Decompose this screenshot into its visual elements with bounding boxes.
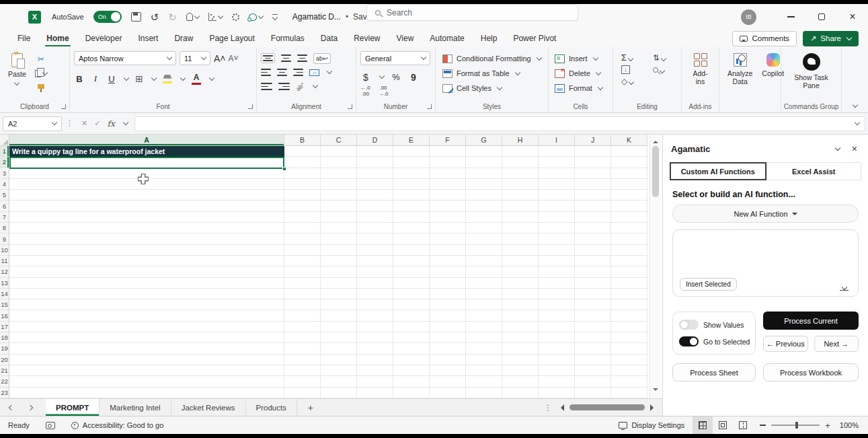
cells-format-button[interactable]: Format [555,81,608,96]
tab-scroll-splitter[interactable]: ⋮ [544,403,552,412]
grow-font-button[interactable]: A˄ [214,53,225,64]
function-list-box[interactable]: Insert Selected [672,229,859,297]
align-right-button[interactable] [293,69,303,76]
normal-view-button[interactable] [693,416,713,434]
row-header-17[interactable]: 17 [0,322,9,332]
row-header-3[interactable]: 3 [0,168,9,179]
add-ins-button[interactable]: Add-ins [686,51,715,87]
lasso-select-button[interactable] [249,13,263,21]
align-left-button[interactable] [261,69,271,76]
paste-button[interactable]: Paste [4,51,30,90]
insert-selected-button[interactable]: Insert Selected [680,278,737,291]
ribbon-tab-data[interactable]: Data [313,30,346,47]
panel-tab-custom-ai-functions[interactable]: Custom AI Functions [670,162,766,180]
row-header-4[interactable]: 4 [0,179,9,190]
italic-button[interactable]: I [90,73,101,84]
fill-button[interactable]: ↓ [621,65,645,74]
cell-a1[interactable]: Write a quippy tag line for a waterproof… [9,146,284,157]
expand-list-icon[interactable] [840,285,849,291]
font-dialog-launcher-icon[interactable] [248,104,253,109]
panel-close-icon[interactable]: × [852,143,857,154]
hscroll-right-icon[interactable] [650,404,657,411]
find-select-button[interactable] [653,66,677,74]
accessibility-status[interactable]: Accessibility: Good to go [63,416,171,434]
cell-styles-button[interactable]: Cell Styles [442,81,544,96]
row-header-20[interactable]: 20 [0,355,9,365]
alignment-dialog-launcher-icon[interactable] [348,104,352,109]
font-name-select[interactable]: Aptos Narrow [74,51,176,65]
column-header-K[interactable]: K [611,135,647,146]
row-header-5[interactable]: 5 [0,190,9,200]
decrease-indent-button[interactable] [261,83,272,90]
row-header-16[interactable]: 16 [0,310,9,321]
comma-style-button[interactable]: 9 [408,72,419,83]
collapse-ribbon-icon[interactable] [853,102,858,108]
customize-quick-access-icon[interactable] [272,14,278,20]
ribbon-tab-help[interactable]: Help [473,30,506,47]
column-header-A[interactable]: A [9,135,284,146]
row-header-2[interactable]: 2 [0,157,9,168]
scroll-up-icon[interactable] [653,138,658,143]
selection-fill-handle[interactable] [282,167,286,171]
worksheet-grid[interactable]: ABCDEFGHIJK 1234567891011121314151617181… [0,135,662,398]
cells-area[interactable]: Write a quippy tag line for a waterproof… [9,146,647,398]
horizontal-scroll-thumb[interactable] [569,404,645,410]
page-break-view-button[interactable] [733,416,753,434]
next-button[interactable]: Next → [814,336,859,352]
row-header-7[interactable]: 7 [0,212,9,223]
fill-color-button[interactable] [161,74,173,84]
zoom-percentage[interactable]: 100% [837,421,868,429]
cut-icon[interactable]: ✂ [33,54,49,65]
borders-button[interactable]: ⊞ [134,73,145,84]
panel-tab-excel-assist[interactable]: Excel Assist [766,162,862,180]
macro-record-button[interactable] [38,416,63,434]
ribbon-tab-power-pivot[interactable]: Power Pivot [505,30,564,47]
excel-logo-icon[interactable]: X [28,11,41,24]
zoom-in-icon[interactable]: + [825,421,830,430]
insert-function-icon[interactable]: fx [107,119,114,129]
process-sheet-button[interactable]: Process Sheet [672,363,756,381]
row-header-1[interactable]: 1 [0,146,9,157]
formula-input[interactable] [134,116,865,131]
ribbon-tab-developer[interactable]: Developer [77,30,130,47]
clear-button[interactable]: ◇ [621,77,645,86]
row-header-15[interactable]: 15 [0,299,9,310]
go-to-selected-toggle[interactable] [679,336,699,346]
page-layout-view-button[interactable] [713,416,733,434]
ribbon-tab-review[interactable]: Review [346,30,388,47]
name-box-splitter[interactable]: ⋮ [65,119,75,128]
sheet-nav-left-icon[interactable] [0,399,23,416]
merge-center-button[interactable]: ↔ [309,69,319,76]
settings-gear-icon[interactable] [232,13,239,21]
orientation-button[interactable]: ab° [294,81,306,92]
row-header-11[interactable]: 11 [0,256,9,266]
underline-button[interactable]: U [106,74,117,84]
row-header-13[interactable]: 13 [0,278,9,289]
cell-a2-selected[interactable] [9,157,284,168]
chart-tool-button[interactable] [208,13,223,21]
ribbon-tab-file[interactable]: File [9,30,38,47]
new-ai-function-button[interactable]: New AI Function [672,205,859,223]
touch-mouse-mode-button[interactable] [186,13,199,21]
accounting-format-button[interactable]: $ [360,72,371,83]
number-dialog-launcher-icon[interactable] [427,104,432,109]
font-size-select[interactable]: 11 [180,51,210,65]
percent-style-button[interactable]: % [391,72,401,82]
ribbon-tab-view[interactable]: View [389,30,422,47]
ribbon-tab-draw[interactable]: Draw [166,30,201,47]
increase-indent-button[interactable] [278,83,290,90]
sort-filter-button[interactable]: ⇅ [653,53,677,63]
cells-delete-button[interactable]: Delete [555,66,608,81]
sheet-tab-products[interactable]: Products [246,399,297,416]
autosum-button[interactable]: Σ [621,52,645,63]
analyze-data-button[interactable]: Analyze Data [723,51,756,100]
scroll-down-icon[interactable] [653,388,658,394]
row-header-19[interactable]: 19 [0,343,9,354]
maximize-button[interactable] [806,4,837,30]
row-header-10[interactable]: 10 [0,245,9,256]
close-button[interactable]: × [837,4,868,30]
column-header-D[interactable]: D [357,135,393,146]
process-workbook-button[interactable]: Process Workbook [763,363,859,381]
number-format-select[interactable]: General [360,51,430,65]
conditional-formatting-button[interactable]: Conditional Formatting [442,51,544,66]
